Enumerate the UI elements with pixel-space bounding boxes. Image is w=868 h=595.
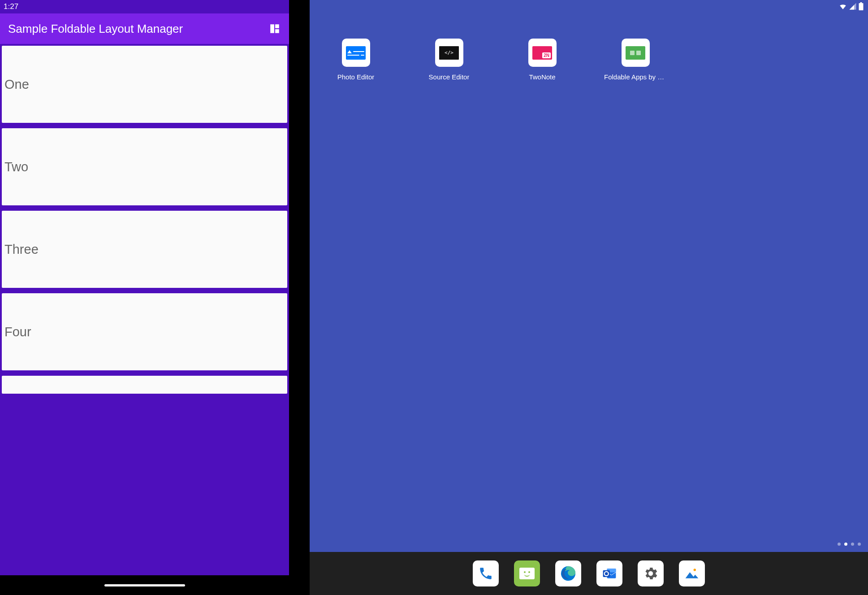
svg-rect-4 xyxy=(860,2,862,3)
device-hinge xyxy=(289,0,310,595)
app-source-editor[interactable]: </> Source Editor xyxy=(422,39,476,81)
app-label: Source Editor xyxy=(429,73,470,81)
twonote-icon: 2N xyxy=(532,46,552,60)
foldable-apps-icon xyxy=(626,46,645,60)
dock-edge-browser[interactable] xyxy=(555,560,581,586)
outlook-icon xyxy=(601,565,618,582)
dock-outlook[interactable] xyxy=(596,560,622,586)
app-title: Sample Foldable Layout Manager xyxy=(8,22,183,36)
app-dock xyxy=(310,552,868,595)
dock-phone[interactable] xyxy=(473,560,499,586)
page-dot-active xyxy=(844,543,847,546)
app-label: Foldable Apps by S… xyxy=(604,73,667,81)
svg-point-10 xyxy=(694,569,696,571)
status-bar-right xyxy=(839,2,864,10)
svg-rect-0 xyxy=(270,24,274,33)
page-dot xyxy=(838,543,841,546)
source-editor-icon: </> xyxy=(439,46,459,60)
svg-rect-1 xyxy=(275,24,279,28)
app-twonote[interactable]: 2N TwoNote xyxy=(515,39,569,81)
app-label: TwoNote xyxy=(529,73,555,81)
page-indicator[interactable] xyxy=(838,543,861,546)
edge-icon xyxy=(560,565,577,582)
dock-messages[interactable] xyxy=(514,560,540,586)
app-label: Photo Editor xyxy=(337,73,375,81)
app-photo-editor[interactable]: Photo Editor xyxy=(329,39,383,81)
item-list[interactable]: One Two Three Four xyxy=(0,44,289,575)
home-app-grid: Photo Editor </> Source Editor 2N TwoNot… xyxy=(310,0,868,81)
app-bar: Sample Foldable Layout Manager xyxy=(0,13,289,44)
dock-gallery[interactable] xyxy=(679,560,705,586)
left-screen: 1:27 Sample Foldable Layout Manager One … xyxy=(0,0,289,595)
right-screen-home[interactable]: Photo Editor </> Source Editor 2N TwoNot… xyxy=(310,0,868,595)
svg-rect-3 xyxy=(859,3,864,10)
navigation-bar-left xyxy=(0,575,289,595)
page-dot xyxy=(851,543,854,546)
svg-rect-2 xyxy=(275,29,279,33)
app-tile: 2N xyxy=(528,39,557,67)
status-time: 1:27 xyxy=(4,2,18,11)
nav-handle[interactable] xyxy=(104,584,185,586)
list-item[interactable]: Three xyxy=(2,211,287,288)
gallery-icon xyxy=(684,565,700,582)
battery-icon xyxy=(859,2,864,10)
app-foldable-apps[interactable]: Foldable Apps by S… xyxy=(609,39,662,81)
dual-screen-device: 1:27 Sample Foldable Layout Manager One … xyxy=(0,0,868,595)
phone-icon xyxy=(478,566,493,581)
list-item[interactable]: Four xyxy=(2,293,287,370)
messages-icon xyxy=(519,568,535,579)
dock-settings[interactable] xyxy=(638,560,664,586)
list-item[interactable] xyxy=(2,376,287,394)
list-item[interactable]: One xyxy=(2,46,287,123)
layout-toggle-icon[interactable] xyxy=(268,22,281,35)
status-bar-left: 1:27 xyxy=(0,0,289,13)
photo-editor-icon xyxy=(346,46,366,60)
list-item[interactable]: Two xyxy=(2,128,287,205)
app-tile xyxy=(622,39,650,67)
signal-icon xyxy=(849,2,857,10)
app-tile xyxy=(342,39,370,67)
app-tile: </> xyxy=(435,39,463,67)
page-dot xyxy=(858,543,861,546)
gear-icon xyxy=(643,565,659,582)
wifi-icon xyxy=(839,2,847,10)
